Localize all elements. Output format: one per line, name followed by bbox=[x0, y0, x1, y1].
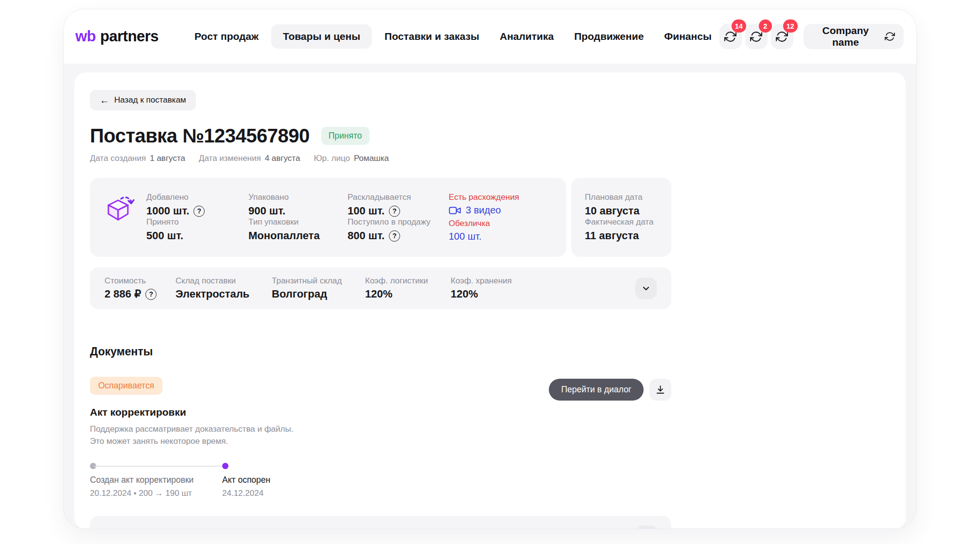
company-switcher[interactable]: Company name bbox=[804, 24, 904, 49]
nav-item-promotion[interactable]: Продвижение bbox=[566, 24, 651, 49]
stat-storage-coef: Коэф. хранения 120% bbox=[451, 276, 512, 300]
stat-value: 500 шт. bbox=[146, 229, 183, 242]
meta-legal-entity: Юр. лицо Ромашка bbox=[314, 154, 389, 163]
timeline-step-title: Акт оспорен bbox=[222, 475, 270, 485]
summary-cards-row: Добавлено 1000 шт.? Принято 500 шт. Упак… bbox=[90, 178, 671, 257]
summary-col-3: Раскладывается 100 шт.? Поступило в прод… bbox=[348, 193, 449, 242]
document-info: Оспаривается Акт корректировки Поддержка… bbox=[90, 377, 362, 498]
stat-value: 800 шт. bbox=[348, 229, 385, 242]
discrepancy-label: Есть расхождения bbox=[449, 193, 519, 202]
stat-on-sale: Поступило в продажу 800 шт.? bbox=[348, 217, 449, 242]
stat-actual-date: Фактическая дата 11 августа bbox=[585, 217, 658, 242]
meta-label: Дата изменения bbox=[199, 154, 261, 163]
nav-item-goods-prices[interactable]: Товары и цены bbox=[271, 24, 372, 49]
document-correction-act: Оспаривается Акт корректировки Поддержка… bbox=[90, 377, 671, 498]
stat-supply-warehouse: Склад поставки Электросталь bbox=[175, 276, 272, 300]
stat-label: Коэф. хранения bbox=[451, 276, 512, 286]
doc-timeline: Создан акт корректировки 20.12.2024 • 20… bbox=[90, 463, 362, 498]
document-acceptance-act: Акт приёмки bbox=[90, 516, 671, 529]
stat-value: 10 августа bbox=[585, 205, 639, 217]
sync-button-1[interactable]: 14 bbox=[719, 24, 742, 49]
stat-transit-warehouse: Транзитный склад Волгоград bbox=[272, 276, 365, 300]
topbar: wb partners Рост продаж Товары и цены По… bbox=[64, 9, 916, 64]
sync-icon bbox=[885, 31, 895, 42]
depersonalized-label: Обезличка bbox=[449, 219, 519, 228]
stat-pack-type: Тип упаковки Монопаллета bbox=[248, 217, 348, 242]
help-icon[interactable]: ? bbox=[389, 206, 400, 217]
stat-value: 100 шт. bbox=[348, 205, 385, 217]
nav-item-sales-growth[interactable]: Рост продаж bbox=[187, 24, 266, 49]
stat-label: Раскладывается bbox=[348, 193, 449, 202]
stat-depersonalized: Обезличка 100 шт. bbox=[449, 219, 519, 242]
stat-value: 11 августа bbox=[585, 229, 639, 242]
stat-value: 120% bbox=[451, 288, 478, 300]
timeline-step-subtitle: 24.12.2024 bbox=[222, 489, 270, 498]
doc-title: Акт корректировки bbox=[90, 406, 362, 418]
stat-value: Волгоград bbox=[272, 288, 327, 300]
box-icon bbox=[104, 193, 146, 242]
summary-col-4: Есть расхождения 3 видео Обезличка 100 ш… bbox=[449, 193, 519, 242]
timeline-labels: Создан акт корректировки 20.12.2024 • 20… bbox=[90, 475, 362, 498]
stat-label: Тип упаковки bbox=[248, 217, 348, 227]
stat-label: Коэф. логистики bbox=[365, 276, 451, 286]
summary-card: Добавлено 1000 шт.? Принято 500 шт. Упак… bbox=[90, 178, 566, 257]
go-to-dialog-button[interactable]: Перейти в диалог bbox=[549, 379, 644, 401]
meta-label: Юр. лицо bbox=[314, 154, 350, 163]
nav-item-supplies-orders[interactable]: Поставки и заказы bbox=[377, 24, 487, 49]
download-icon bbox=[655, 384, 666, 395]
page-title: Поставка №1234567890 bbox=[90, 125, 310, 147]
nav-item-analytics[interactable]: Аналитика bbox=[492, 24, 561, 49]
doc-status-badge: Оспаривается bbox=[90, 377, 162, 395]
sync-button-3[interactable]: 12 bbox=[771, 24, 793, 49]
videos-link[interactable]: 3 видео bbox=[449, 205, 519, 216]
video-camera-icon bbox=[449, 205, 461, 216]
title-row: Поставка №1234567890 Принято bbox=[90, 125, 671, 147]
timeline-step-created: Создан акт корректировки 20.12.2024 • 20… bbox=[90, 475, 222, 498]
stat-cost: Стоимость 2 886 ₽? bbox=[105, 276, 175, 300]
stat-value: 1000 шт. bbox=[146, 205, 189, 217]
back-button[interactable]: ← Назад к поставкам bbox=[90, 90, 196, 110]
timeline-step-disputed: Акт оспорен 24.12.2024 bbox=[222, 475, 270, 498]
timeline-step-subtitle: 20.12.2024 • 200 → 190 шт bbox=[90, 489, 222, 498]
stat-label: Поступило в продажу bbox=[348, 217, 449, 227]
help-icon[interactable]: ? bbox=[389, 230, 400, 242]
brand-logo[interactable]: wb partners bbox=[75, 28, 158, 45]
company-name: Company name bbox=[812, 25, 879, 48]
timeline-line bbox=[94, 466, 222, 467]
expand-details-button[interactable] bbox=[635, 278, 657, 299]
dates-card: Плановая дата 10 августа Фактическая дат… bbox=[571, 178, 671, 257]
doc-description-line: Это может занять некоторое время. bbox=[90, 435, 362, 447]
stat-label: Плановая дата bbox=[585, 193, 658, 202]
status-badge: Принято bbox=[321, 127, 369, 145]
doc-description-line: Поддержка рассматривает доказательства и… bbox=[90, 423, 362, 435]
notification-badge: 2 bbox=[759, 19, 772, 33]
timeline-track bbox=[90, 463, 362, 469]
stat-label: Фактическая дата bbox=[585, 217, 658, 227]
nav-item-finance[interactable]: Финансы bbox=[656, 24, 719, 49]
stat-packed: Упаковано 900 шт. bbox=[248, 193, 348, 217]
help-icon[interactable]: ? bbox=[193, 206, 205, 217]
stat-value: 2 886 ₽ bbox=[105, 288, 141, 300]
back-label: Назад к поставкам bbox=[114, 95, 186, 105]
timeline-step-title: Создан акт корректировки bbox=[90, 475, 222, 485]
download-button[interactable] bbox=[636, 526, 658, 529]
sync-button-2[interactable]: 2 bbox=[745, 24, 768, 49]
download-button[interactable] bbox=[649, 379, 671, 401]
stat-planned-date: Плановая дата 10 августа bbox=[585, 193, 658, 217]
doc-description: Поддержка рассматривает доказательства и… bbox=[90, 423, 362, 447]
stat-discrepancy: Есть расхождения 3 видео bbox=[449, 193, 519, 216]
sync-icon bbox=[750, 31, 762, 43]
app-window: wb partners Рост продаж Товары и цены По… bbox=[63, 9, 917, 529]
stat-added: Добавлено 1000 шт.? bbox=[146, 193, 248, 217]
stat-value: 900 шт. bbox=[248, 205, 285, 217]
brand-logo-wb: wb bbox=[75, 28, 96, 45]
notification-badge: 14 bbox=[732, 19, 746, 33]
stat-laying: Раскладывается 100 шт.? bbox=[348, 193, 449, 217]
depersonalized-value: 100 шт. bbox=[449, 231, 481, 242]
stat-logistics-coef: Коэф. логистики 120% bbox=[365, 276, 451, 300]
meta-label: Дата создания bbox=[90, 154, 146, 163]
help-icon[interactable]: ? bbox=[145, 289, 157, 300]
depersonalized-link[interactable]: 100 шт. bbox=[449, 231, 519, 242]
meta-value: Ромашка bbox=[354, 154, 389, 163]
meta-changed: Дата изменения 4 августа bbox=[199, 154, 300, 163]
